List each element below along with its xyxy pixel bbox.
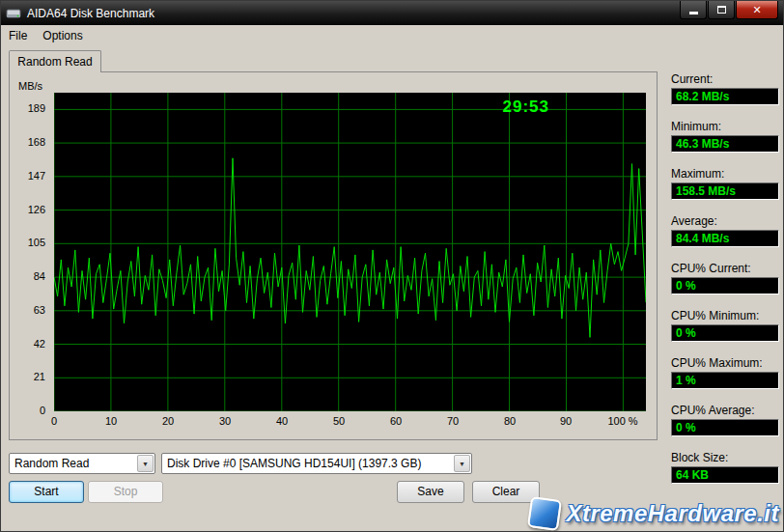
stat-value: 64 KB [671, 466, 779, 484]
stat-label: Block Size: [671, 451, 779, 464]
x-tick-label: 30 [219, 415, 231, 427]
y-tick-label: 147 [28, 170, 45, 182]
stat-item: Maximum:158.5 MB/s [671, 167, 779, 200]
close-icon: ✕ [752, 4, 761, 16]
x-tick-label: 40 [276, 415, 288, 427]
watermark: XtremeHardware.it [529, 498, 779, 529]
x-tick-label: 20 [162, 415, 174, 427]
window-title: AIDA64 Disk Benchmark [27, 7, 154, 20]
stat-item: CPU% Current:0 % [671, 262, 779, 294]
y-tick-label: 189 [28, 102, 45, 114]
x-tick-label: 60 [390, 415, 402, 427]
x-tick-label: 50 [333, 415, 345, 427]
titlebar[interactable]: AIDA64 Disk Benchmark ✕ [1, 1, 783, 25]
stat-label: Average: [671, 214, 779, 228]
drive-select[interactable]: Disk Drive #0 [SAMSUNG HD154UI] (1397.3 … [161, 453, 472, 474]
stop-button[interactable]: Stop [88, 481, 163, 503]
minimize-button[interactable] [680, 1, 707, 19]
stat-value: 0 % [671, 277, 779, 294]
stat-item: Current:68.2 MB/s [671, 72, 779, 105]
menubar: File Options [1, 25, 783, 45]
elapsed-timer: 29:53 [503, 98, 549, 117]
xtremehardware-logo-icon [527, 496, 562, 531]
x-tick-label: 100 % [607, 415, 637, 427]
stat-item: CPU% Average:0 % [671, 404, 779, 436]
start-button[interactable]: Start [9, 481, 84, 503]
stat-value: 158.5 MB/s [671, 182, 779, 200]
stat-label: Minimum: [671, 120, 779, 133]
stats-panel: Current:68.2 MB/sMinimum:46.3 MB/sMaximu… [671, 72, 779, 498]
save-button[interactable]: Save [397, 481, 464, 503]
y-tick-label: 84 [34, 270, 45, 282]
menu-file[interactable]: File [1, 27, 35, 44]
minimize-icon [689, 12, 698, 14]
y-tick-label: 63 [34, 304, 45, 316]
y-tick-label: 168 [28, 136, 45, 148]
dropdown-arrow-icon: ▼ [454, 455, 470, 472]
stat-label: Maximum: [671, 167, 779, 181]
y-tick-label: 105 [28, 237, 45, 248]
y-axis-label: MB/s [18, 80, 42, 92]
y-tick-label: 126 [28, 204, 45, 215]
x-axis-ticks: 0102030405060708090100 % [54, 415, 646, 429]
stat-item: CPU% Maximum:1 % [671, 356, 779, 389]
y-tick-label: 21 [34, 371, 45, 382]
watermark-text: XtremeHardware.it [566, 500, 779, 527]
y-tick-label: 42 [34, 338, 45, 350]
y-tick-label: 0 [40, 405, 45, 416]
close-button[interactable]: ✕ [736, 1, 778, 19]
chart-plot-area: 29:53 [54, 93, 646, 411]
stat-value: 1 % [671, 372, 779, 389]
stat-value: 46.3 MB/s [671, 135, 779, 153]
maximize-icon [717, 6, 726, 14]
window-controls: ✕ [679, 1, 778, 19]
stat-label: CPU% Average: [671, 404, 779, 417]
x-tick-label: 90 [560, 415, 572, 427]
stat-item: CPU% Minimum:0 % [671, 309, 779, 342]
stat-value: 68.2 MB/s [671, 88, 779, 105]
benchmark-chart [54, 93, 646, 411]
tab-random-read[interactable]: Random Read [9, 50, 101, 72]
x-tick-label: 0 [51, 415, 57, 427]
test-type-value: Random Read [10, 457, 137, 470]
x-tick-label: 10 [105, 415, 117, 427]
maximize-button[interactable] [708, 1, 735, 19]
stat-label: CPU% Maximum: [671, 356, 779, 370]
stat-item: Minimum:46.3 MB/s [671, 120, 779, 153]
disk-icon [6, 6, 21, 21]
test-type-select[interactable]: Random Read ▼ [9, 453, 155, 474]
x-tick-label: 80 [504, 415, 516, 427]
x-tick-label: 70 [447, 415, 459, 427]
stat-label: CPU% Minimum: [671, 309, 779, 322]
menu-options[interactable]: Options [35, 27, 90, 44]
y-axis-ticks: 189168147126105846342210 [7, 93, 47, 411]
stat-value: 0 % [671, 324, 779, 342]
stat-value: 84.4 MB/s [671, 230, 779, 247]
drive-select-value: Disk Drive #0 [SAMSUNG HD154UI] (1397.3 … [162, 457, 454, 470]
stat-value: 0 % [671, 419, 779, 436]
stat-label: Current: [671, 72, 779, 86]
app-window: AIDA64 Disk Benchmark ✕ File Options Ran… [0, 0, 784, 532]
stat-label: CPU% Current: [671, 262, 779, 275]
dropdown-arrow-icon: ▼ [137, 455, 154, 472]
stat-item: Average:84.4 MB/s [671, 214, 779, 247]
stat-item: Block Size:64 KB [671, 451, 779, 484]
